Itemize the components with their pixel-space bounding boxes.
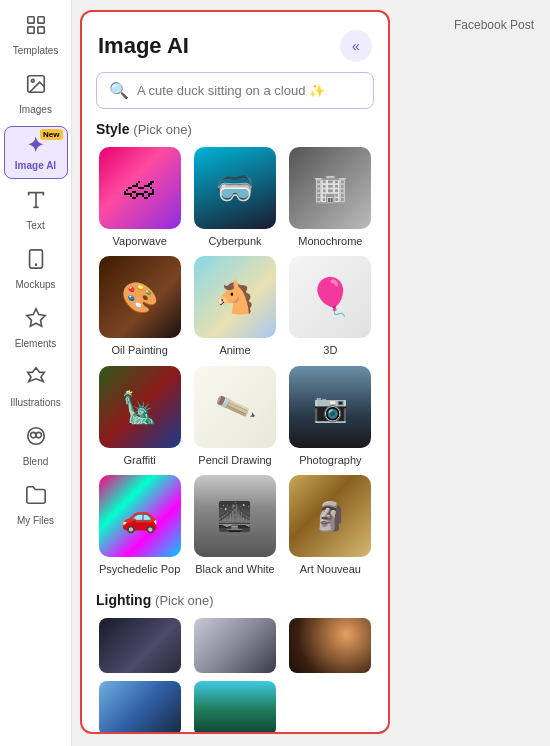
- style-img-black-and-white: [194, 475, 276, 557]
- svg-rect-1: [37, 17, 43, 23]
- style-item-oil-painting[interactable]: Oil Painting: [96, 256, 183, 357]
- style-item-pencil-drawing[interactable]: Pencil Drawing: [191, 366, 278, 467]
- lighting-img-dark: [99, 618, 181, 673]
- sidebar-item-templates-label: Templates: [13, 45, 59, 57]
- svg-point-5: [31, 79, 34, 82]
- search-input[interactable]: [137, 83, 361, 98]
- collapse-button[interactable]: «: [340, 30, 372, 62]
- lighting-item-warm[interactable]: [287, 618, 374, 673]
- my-files-icon: [25, 484, 47, 512]
- mockups-icon: [25, 248, 47, 276]
- style-item-black-and-white[interactable]: Black and White: [191, 475, 278, 576]
- lighting-item-natural[interactable]: [191, 681, 278, 732]
- blend-icon: [25, 425, 47, 453]
- sidebar-item-my-files-label: My Files: [17, 515, 54, 527]
- style-item-graffiti[interactable]: Graffiti: [96, 366, 183, 467]
- svg-point-13: [36, 432, 42, 438]
- style-img-psychedelic-pop: [99, 475, 181, 557]
- style-label-monochrome: Monochrome: [298, 234, 362, 248]
- svg-marker-10: [26, 309, 44, 326]
- style-img-anime: [194, 256, 276, 338]
- sidebar-item-image-ai-label: Image AI: [15, 160, 56, 172]
- sidebar-item-elements[interactable]: Elements: [4, 301, 68, 356]
- lighting-item-studio[interactable]: [191, 618, 278, 673]
- style-label-3d: 3D: [323, 343, 337, 357]
- svg-rect-3: [37, 27, 43, 33]
- style-label-graffiti: Graffiti: [124, 453, 156, 467]
- lighting-section: Lighting (Pick one): [96, 592, 374, 732]
- style-img-graffiti: [99, 366, 181, 448]
- sidebar-item-mockups-label: Mockups: [15, 279, 55, 291]
- style-img-pencil-drawing: [194, 366, 276, 448]
- style-item-anime[interactable]: Anime: [191, 256, 278, 357]
- lighting-section-title: Lighting (Pick one): [96, 592, 374, 608]
- style-img-photography: [289, 366, 371, 448]
- main-area: Image AI « 🔍 Style (Pick one) Vaporwave: [72, 0, 550, 746]
- lighting-item-dark[interactable]: [96, 618, 183, 673]
- sidebar-item-blend-label: Blend: [23, 456, 49, 468]
- style-label-psychedelic-pop: Psychedelic Pop: [99, 562, 180, 576]
- sidebar-item-elements-label: Elements: [15, 338, 57, 350]
- style-img-cyberpunk: [194, 147, 276, 229]
- svg-point-12: [30, 432, 36, 438]
- style-img-oil-painting: [99, 256, 181, 338]
- style-item-psychedelic-pop[interactable]: Psychedelic Pop: [96, 475, 183, 576]
- style-grid: Vaporwave Cyberpunk Monochrome Oil Paint…: [96, 147, 374, 576]
- style-label-anime: Anime: [219, 343, 250, 357]
- style-item-3d[interactable]: 3D: [287, 256, 374, 357]
- style-item-vaporwave[interactable]: Vaporwave: [96, 147, 183, 248]
- lighting-img-studio: [194, 618, 276, 673]
- lighting-img-cool: [99, 681, 181, 732]
- image-ai-panel: Image AI « 🔍 Style (Pick one) Vaporwave: [80, 10, 390, 734]
- lighting-grid: [96, 618, 374, 732]
- images-icon: [25, 73, 47, 101]
- svg-rect-0: [27, 17, 33, 23]
- search-bar[interactable]: 🔍: [96, 72, 374, 109]
- style-item-photography[interactable]: Photography: [287, 366, 374, 467]
- panel-content: Style (Pick one) Vaporwave Cyberpunk M: [82, 121, 388, 732]
- style-label-black-and-white: Black and White: [195, 562, 274, 576]
- text-icon: [25, 189, 47, 217]
- style-img-monochrome: [289, 147, 371, 229]
- style-label-cyberpunk: Cyberpunk: [208, 234, 261, 248]
- style-label-vaporwave: Vaporwave: [113, 234, 167, 248]
- illustrations-icon: [25, 366, 47, 394]
- style-section: Style (Pick one) Vaporwave Cyberpunk M: [96, 121, 374, 576]
- sidebar-item-image-ai[interactable]: New ✦ Image AI: [4, 126, 68, 179]
- sidebar-item-my-files[interactable]: My Files: [4, 478, 68, 533]
- right-area: Facebook Post: [390, 10, 542, 736]
- style-img-3d: [289, 256, 371, 338]
- sidebar-item-images-label: Images: [19, 104, 52, 116]
- style-item-monochrome[interactable]: Monochrome: [287, 147, 374, 248]
- sidebar-item-illustrations[interactable]: Illustrations: [4, 360, 68, 415]
- style-label-photography: Photography: [299, 453, 361, 467]
- style-img-art-nouveau: [289, 475, 371, 557]
- search-icon: 🔍: [109, 81, 129, 100]
- lighting-img-warm: [289, 618, 371, 673]
- style-label-art-nouveau: Art Nouveau: [300, 562, 361, 576]
- canvas-label: Facebook Post: [398, 18, 534, 32]
- lighting-img-natural: [194, 681, 276, 732]
- sidebar-item-mockups[interactable]: Mockups: [4, 242, 68, 297]
- sidebar-item-illustrations-label: Illustrations: [10, 397, 61, 409]
- sidebar-item-text-label: Text: [26, 220, 44, 232]
- sidebar-item-blend[interactable]: Blend: [4, 419, 68, 474]
- style-label-oil-painting: Oil Painting: [112, 343, 168, 357]
- style-section-title: Style (Pick one): [96, 121, 374, 137]
- elements-icon: [25, 307, 47, 335]
- style-item-art-nouveau[interactable]: Art Nouveau: [287, 475, 374, 576]
- sidebar: Templates Images New ✦ Image AI Text: [0, 0, 72, 746]
- panel-header: Image AI «: [82, 12, 388, 72]
- collapse-icon: «: [352, 38, 360, 54]
- templates-icon: [25, 14, 47, 42]
- sidebar-item-text[interactable]: Text: [4, 183, 68, 238]
- sidebar-item-templates[interactable]: Templates: [4, 8, 68, 63]
- panel-title: Image AI: [98, 33, 189, 59]
- lighting-item-cool[interactable]: [96, 681, 183, 732]
- new-badge: New: [40, 129, 62, 140]
- sidebar-item-images[interactable]: Images: [4, 67, 68, 122]
- style-img-vaporwave: [99, 147, 181, 229]
- svg-rect-2: [27, 27, 33, 33]
- style-label-pencil-drawing: Pencil Drawing: [198, 453, 271, 467]
- style-item-cyberpunk[interactable]: Cyberpunk: [191, 147, 278, 248]
